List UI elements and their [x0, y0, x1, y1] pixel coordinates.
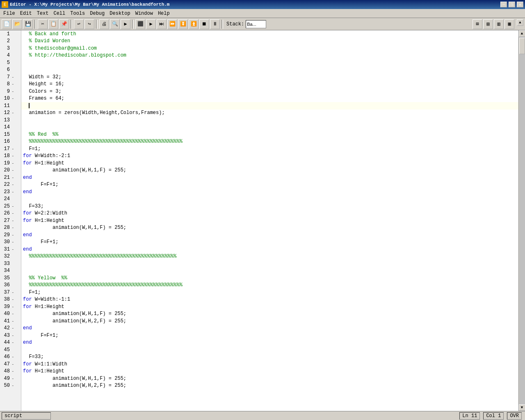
code-line[interactable]: F=33; — [21, 354, 518, 361]
code-line[interactable]: animation(W,H,1,F) = 255; — [21, 375, 518, 382]
line-number-row: 10 - — [0, 95, 21, 103]
menu-help[interactable]: Help — [155, 10, 172, 17]
code-line[interactable]: F=F+1; — [21, 332, 518, 339]
debug1-button[interactable]: ⬛ — [135, 19, 145, 29]
code-line[interactable]: Colors = 3; — [21, 88, 518, 95]
code-line[interactable]: animation(W,H,2,F) = 255; — [21, 382, 518, 390]
code-line[interactable]: for W=2:2:Width — [21, 210, 518, 217]
menu-window[interactable]: Window — [133, 10, 155, 17]
code-line[interactable]: animation(W,H,1,F) = 255; — [21, 310, 518, 318]
code-line[interactable]: for W=Width:-2:1 — [21, 153, 518, 160]
code-line[interactable]: end — [21, 339, 518, 347]
restore-button[interactable]: ❐ — [509, 2, 515, 7]
code-line[interactable]: Width = 32; — [21, 73, 518, 81]
vscroll-thumb[interactable] — [519, 38, 525, 54]
vscroll-up[interactable]: ▲ — [519, 30, 525, 37]
code-line[interactable]: for W=Width:-1:1 — [21, 296, 518, 304]
code-line[interactable]: % David Worden — [21, 38, 518, 45]
menu-debug[interactable]: Debug — [87, 10, 107, 17]
line-num: 35 — [0, 275, 11, 281]
code-line[interactable]: end — [21, 174, 518, 181]
code-line[interactable]: %% Yellow %% — [21, 274, 518, 282]
vscroll-top[interactable]: ▲ — [517, 19, 523, 26]
debug6-button[interactable]: ⏫ — [189, 19, 199, 29]
code-line[interactable]: % Back and forth — [21, 30, 518, 38]
layout-3-button[interactable]: ▥ — [494, 19, 504, 29]
debug4-button[interactable]: ⏩ — [167, 19, 177, 29]
save-button[interactable]: 💾 — [23, 19, 33, 29]
menu-cell[interactable]: Cell — [51, 10, 68, 17]
code-line[interactable]: animation = zeros(Width,Height,Colors,Fr… — [21, 110, 518, 117]
code-line[interactable]: end — [21, 231, 518, 239]
code-line[interactable]: Frames = 64; — [21, 95, 518, 103]
cut-button[interactable]: ✂ — [38, 19, 48, 29]
print-button[interactable]: 🖨 — [99, 19, 109, 29]
copy-button[interactable]: 📋 — [48, 19, 58, 29]
menu-edit[interactable]: Edit — [18, 10, 34, 17]
debug2-button[interactable]: ▶ — [146, 19, 156, 29]
code-line[interactable]: for H=1:Height — [21, 303, 518, 310]
new-button[interactable]: 📄 — [2, 19, 11, 29]
code-line[interactable]: % http://thediscobar.blogspot.com — [21, 52, 518, 59]
redo-button[interactable]: ↪ — [84, 19, 94, 29]
code-line[interactable]: for H=1:Height — [21, 217, 518, 224]
code-line[interactable]: F=F+1; — [21, 239, 518, 246]
code-line[interactable]: end — [21, 325, 518, 332]
code-line[interactable]: F=1; — [21, 289, 518, 296]
debug5-button[interactable]: ⏬ — [178, 19, 188, 29]
run-button[interactable]: ▶ — [121, 19, 130, 29]
code-line[interactable] — [21, 124, 518, 131]
code-line[interactable]: %%%%%%%%%%%%%%%%%%%%%%%%%%%%%%%%%%%%%%%%… — [21, 138, 518, 146]
vscroll-track[interactable] — [519, 37, 525, 404]
code-line[interactable]: for H=1:Height — [21, 160, 518, 167]
code-line[interactable]: animation(W,H,1,F) = 255; — [21, 224, 518, 232]
menu-tools[interactable]: Tools — [68, 10, 87, 17]
code-line[interactable]: animation(W,H,2,F) = 255; — [21, 317, 518, 325]
code-line[interactable] — [21, 196, 518, 203]
line-number-row: 16 — [0, 138, 21, 146]
code-line[interactable] — [21, 116, 518, 124]
vscrollbar[interactable]: ▲ ▼ — [518, 30, 525, 411]
code-line[interactable]: Height = 16; — [21, 81, 518, 88]
code-line[interactable]: % thediscobar@gmail.com — [21, 45, 518, 52]
code-line[interactable] — [21, 66, 518, 74]
title-bar-buttons[interactable]: ─ ❐ ✕ — [500, 2, 523, 7]
debug7-button[interactable]: ⏹ — [199, 19, 209, 29]
code-line[interactable]: animation(W,H,1,F) = 255; — [21, 167, 518, 174]
paste-button[interactable]: 📌 — [59, 19, 69, 29]
open-button[interactable]: 📂 — [12, 19, 22, 29]
code-line[interactable] — [21, 267, 518, 275]
layout-1-button[interactable]: ⊞ — [472, 19, 482, 29]
code-line[interactable]: %%%%%%%%%%%%%%%%%%%%%%%%%%%%%%%%%%%%%%%%… — [21, 253, 518, 260]
code-line[interactable] — [21, 346, 518, 354]
code-line[interactable] — [21, 260, 518, 267]
code-line[interactable]: for H=1:Height — [21, 368, 518, 375]
code-line[interactable]: F=33; — [21, 203, 518, 210]
code-area[interactable]: % Back and forth % David Worden % thedis… — [21, 30, 518, 411]
line-minus: - — [11, 82, 16, 87]
code-line[interactable]: %% Red %% — [21, 131, 518, 138]
debug8-button[interactable]: ⏸ — [210, 19, 220, 29]
code-line[interactable]: F=F+1; — [21, 181, 518, 189]
find-button[interactable]: 🔍 — [110, 19, 120, 29]
close-button[interactable]: ✕ — [517, 2, 523, 7]
undo-button[interactable]: ↩ — [74, 19, 84, 29]
code-line[interactable]: %%%%%%%%%%%%%%%%%%%%%%%%%%%%%%%%%%%%%%%%… — [21, 282, 518, 289]
code-line[interactable]: F=1; — [21, 145, 518, 153]
code-line[interactable]: end — [21, 188, 518, 196]
code-line[interactable]: end — [21, 246, 518, 253]
code-line[interactable] — [21, 102, 518, 110]
code-line[interactable] — [21, 59, 518, 66]
layout-4-button[interactable]: ▦ — [504, 19, 514, 29]
code-line[interactable]: for W=1:1:Width — [21, 361, 518, 368]
layout-2-button[interactable]: ▤ — [483, 19, 493, 29]
stack-input[interactable] — [246, 20, 266, 28]
vscroll-down[interactable]: ▼ — [519, 404, 525, 411]
toolbar-sep-1 — [34, 20, 36, 29]
debug3-button[interactable]: ⏭ — [157, 19, 167, 29]
menu-file[interactable]: File — [1, 10, 18, 17]
line-num: 21 — [0, 175, 11, 180]
menu-desktop[interactable]: Desktop — [107, 10, 132, 17]
minimize-button[interactable]: ─ — [500, 2, 507, 7]
menu-text[interactable]: Text — [34, 10, 51, 17]
